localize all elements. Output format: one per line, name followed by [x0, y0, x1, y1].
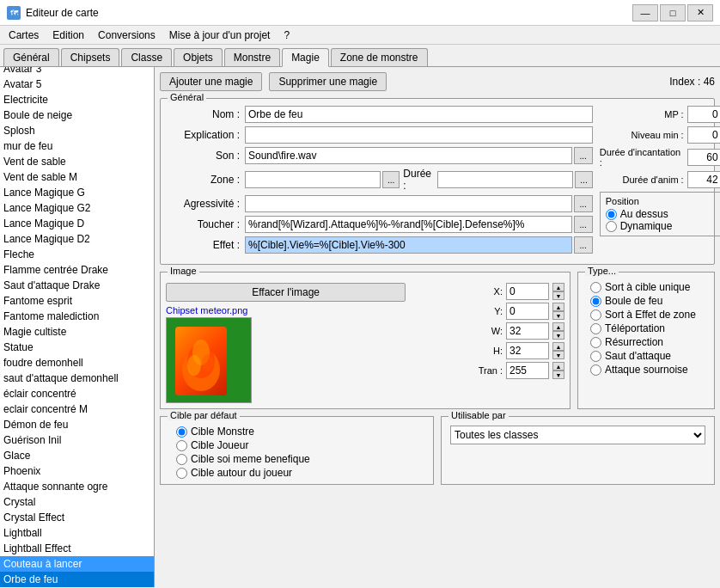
sidebar-item[interactable]: foudre demonhell	[0, 355, 154, 371]
sidebar-item[interactable]: eclair concentré M	[0, 401, 154, 417]
tab-classe[interactable]: Classe	[121, 48, 172, 66]
tab-objets[interactable]: Objets	[174, 48, 223, 66]
tran-up[interactable]: ▲	[552, 362, 564, 371]
sidebar-item[interactable]: Lance Magique G2	[0, 200, 154, 216]
y-up[interactable]: ▲	[552, 303, 564, 311]
menu-conversions[interactable]: Conversions	[91, 26, 162, 44]
type-teleportation[interactable]: Téléportation	[590, 322, 709, 334]
type-effet-zone[interactable]: Sort à Effet de zone	[590, 309, 709, 321]
zone-input[interactable]	[245, 171, 381, 188]
duree-input[interactable]	[437, 171, 573, 188]
w-down[interactable]: ▼	[552, 331, 564, 340]
au-dessus-radio[interactable]: Au dessus	[606, 208, 720, 220]
close-button[interactable]: ✕	[687, 4, 713, 21]
sidebar-item[interactable]: Fleche	[0, 247, 154, 262]
zone-browse-button[interactable]: ...	[382, 171, 400, 188]
sidebar-item[interactable]: Lance Magique D	[0, 216, 154, 231]
h-down[interactable]: ▼	[552, 351, 564, 359]
son-input[interactable]	[245, 147, 572, 164]
duree-anim-input[interactable]	[687, 171, 720, 188]
x-input[interactable]	[506, 283, 549, 300]
sidebar-item[interactable]: Avatar 5	[0, 77, 154, 92]
y-input[interactable]	[506, 303, 549, 320]
tab-magie[interactable]: Magie	[282, 48, 329, 67]
sidebar-item[interactable]: Statue	[0, 340, 154, 355]
agressivite-input[interactable]	[245, 195, 572, 212]
minimize-button[interactable]: —	[632, 4, 658, 21]
effet-input[interactable]	[245, 236, 572, 254]
tran-input[interactable]	[506, 362, 549, 379]
sidebar-item[interactable]: Démon de feu	[0, 417, 154, 432]
type-cible-unique[interactable]: Sort à cible unique	[590, 281, 709, 293]
sidebar-item[interactable]: Glace	[0, 448, 154, 463]
sidebar-item[interactable]: Attaque sonnante ogre	[0, 479, 154, 494]
sidebar-item[interactable]: Electricite	[0, 92, 154, 107]
sidebar-item[interactable]: saut d'attaque demonhell	[0, 371, 154, 386]
remove-magic-button[interactable]: Supprimer une magie	[269, 72, 387, 91]
sidebar-item[interactable]: Boule de neige	[0, 107, 154, 123]
sidebar-item[interactable]: Crystal Effect	[0, 510, 154, 525]
type-attaque-sournoise[interactable]: Attaque sournoise	[590, 364, 709, 376]
nom-input[interactable]	[245, 106, 593, 123]
sidebar-item[interactable]: mur de feu	[0, 138, 154, 154]
sidebar-item[interactable]: Saut d'attaque Drake	[0, 278, 154, 293]
cible-monstre[interactable]: Cible Monstre	[176, 426, 424, 438]
explication-input[interactable]	[245, 126, 593, 144]
au-dessus-radio-input[interactable]	[606, 209, 617, 220]
duree-incantation-input[interactable]	[687, 149, 720, 166]
sidebar-item[interactable]: Lightball Effect	[0, 541, 154, 556]
h-up[interactable]: ▲	[552, 342, 564, 351]
sidebar-item[interactable]: Orbe de feu	[0, 572, 154, 587]
menu-edition[interactable]: Edition	[46, 26, 91, 44]
menu-mise-a-jour[interactable]: Mise à jour d'un projet	[162, 26, 278, 44]
sidebar-item[interactable]: Lance Magique D2	[0, 231, 154, 247]
tran-down[interactable]: ▼	[552, 371, 564, 379]
niveau-min-input[interactable]	[687, 126, 720, 144]
type-boule-de-feu[interactable]: Boule de feu	[590, 295, 709, 307]
sidebar-item[interactable]: Magie cultiste	[0, 324, 154, 340]
x-up[interactable]: ▲	[552, 283, 564, 291]
type-saut-attaque[interactable]: Saut d'attaque	[590, 350, 709, 362]
sidebar-item[interactable]: Vent de sable	[0, 154, 154, 169]
type-resurrection[interactable]: Résurrection	[590, 336, 709, 348]
menu-cartes[interactable]: Cartes	[2, 26, 46, 44]
x-down[interactable]: ▼	[552, 291, 564, 300]
w-input[interactable]	[506, 322, 549, 340]
dynamique-radio-input[interactable]	[606, 221, 617, 232]
y-down[interactable]: ▼	[552, 311, 564, 320]
maximize-button[interactable]: □	[660, 4, 686, 21]
sidebar-item[interactable]: Avatar 3	[0, 67, 154, 77]
tab-chipsets[interactable]: Chipsets	[61, 48, 120, 66]
tab-monstre[interactable]: Monstre	[224, 48, 280, 66]
agressivite-browse-button[interactable]: ...	[574, 195, 593, 212]
tab-general[interactable]: Général	[3, 48, 59, 66]
sidebar-item[interactable]: Guérison Inil	[0, 432, 154, 448]
sidebar[interactable]: Sort de protectionDestructionboule de fe…	[0, 67, 155, 587]
toucher-browse-button[interactable]: ...	[574, 216, 593, 233]
sidebar-item[interactable]: Lance Magique G	[0, 185, 154, 200]
sidebar-item[interactable]: Vent de sable M	[0, 169, 154, 185]
add-magic-button[interactable]: Ajouter une magie	[160, 72, 262, 91]
sidebar-item[interactable]: Fantome malediction	[0, 309, 154, 324]
sidebar-item[interactable]: Flamme centrée Drake	[0, 262, 154, 278]
w-up[interactable]: ▲	[552, 322, 564, 331]
tab-zone-monstre[interactable]: Zone de monstre	[331, 48, 428, 66]
mp-input[interactable]	[687, 106, 720, 123]
sidebar-item[interactable]: éclair concentré	[0, 386, 154, 401]
effet-browse-button[interactable]: ...	[574, 236, 593, 254]
toucher-input[interactable]	[245, 216, 572, 233]
duree-browse-button[interactable]: ...	[575, 171, 592, 188]
cible-joueur[interactable]: Cible Joueur	[176, 439, 424, 451]
cible-soi-meme[interactable]: Cible soi meme benefique	[176, 453, 424, 465]
cible-autour-joueur[interactable]: Cible autour du joueur	[176, 467, 424, 479]
dynamique-radio[interactable]: Dynamique	[606, 220, 720, 232]
sidebar-item[interactable]: Phoenix	[0, 463, 154, 479]
sidebar-item[interactable]: Splosh	[0, 123, 154, 138]
clear-image-button[interactable]: Effacer l'image	[166, 283, 406, 302]
sidebar-item[interactable]: Fantome esprit	[0, 293, 154, 309]
utilisable-select[interactable]: Toutes les classesGuerrierMageArcher	[450, 426, 705, 444]
menu-help[interactable]: ?	[277, 26, 296, 44]
sidebar-item[interactable]: Crystal	[0, 494, 154, 510]
sidebar-item[interactable]: Couteau à lancer	[0, 556, 154, 572]
son-browse-button[interactable]: ...	[574, 147, 593, 164]
